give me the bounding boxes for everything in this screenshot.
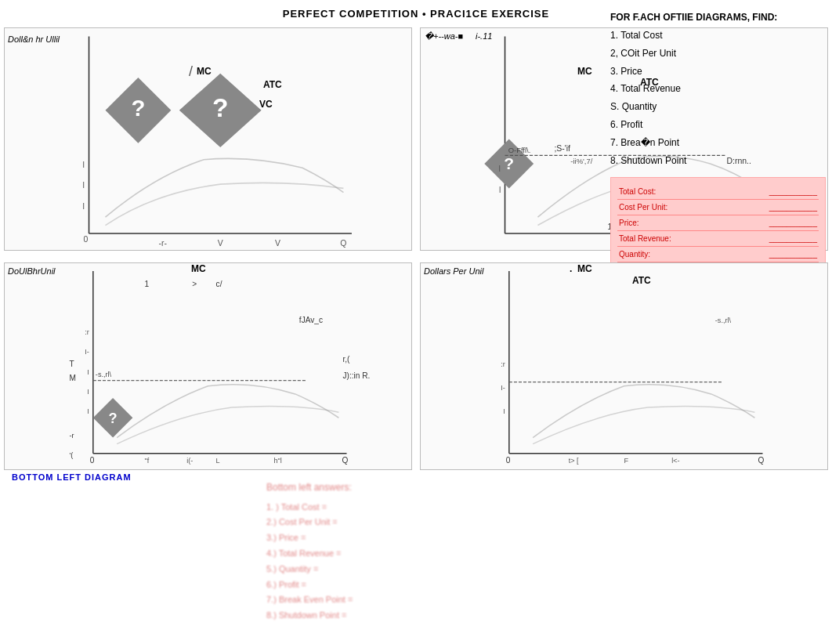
svg-text:'(: '( <box>69 451 73 459</box>
svg-text:-r: -r <box>69 432 74 440</box>
svg-text:1: 1 <box>145 280 150 288</box>
bottom-written-area: Bottom left answers: 1. ) Total Cost = 2… <box>255 472 832 640</box>
top-left-mc: MC <box>197 66 212 77</box>
answer-field-3: Price:___________ <box>617 215 819 231</box>
svg-text:L: L <box>216 457 220 465</box>
svg-text:F: F <box>624 457 629 465</box>
answer-field-4: Total Revenue:___________ <box>617 231 819 247</box>
instruction-8: 8. Shutdown Point <box>610 152 826 170</box>
svg-text:i(-: i(- <box>186 457 193 465</box>
svg-text:Q: Q <box>340 239 346 248</box>
written-line-4: 4.) Total Revenue = <box>266 546 820 562</box>
svg-text:c/: c/ <box>216 280 222 288</box>
svg-text:fJAv_c: fJAv_c <box>299 316 323 324</box>
svg-text:O-Fffl\.: O-Fffl\. <box>508 146 531 154</box>
top-left-diagram: Doll&n hr Ullil MC ATC VC ? ? I <box>4 27 412 251</box>
instruction-1: 1. Total Cost <box>610 27 826 45</box>
svg-text:I: I <box>82 202 85 211</box>
svg-text:I: I <box>87 368 89 376</box>
svg-text:-r-: -r- <box>159 239 168 248</box>
svg-text:0: 0 <box>506 456 511 465</box>
written-line-7: 7.) Break Even Point = <box>266 592 820 608</box>
svg-text:I: I <box>82 181 85 190</box>
svg-text:I: I <box>82 161 85 169</box>
instruction-7: 7. Brea�n Point <box>610 134 826 152</box>
instruction-6: 6. Profit <box>610 116 826 134</box>
svg-text:"f: "f <box>145 457 150 465</box>
bottom-right-mc-dot: . <box>570 263 572 274</box>
svg-text:?: ? <box>212 93 228 122</box>
svg-text:V: V <box>218 239 223 248</box>
written-line-2: 2.) Cost Per Unit = <box>266 515 820 530</box>
svg-text:J)::in R.: J)::in R. <box>342 371 370 380</box>
svg-text:I: I <box>498 165 501 173</box>
bottom-left-svg: ? '( -r 0 "f i(- L h"l Q 1 > c/ fJAv_c r… <box>5 263 411 469</box>
bottom-left-y-axis: DoUlBhrUnil <box>8 266 56 276</box>
svg-text:T: T <box>69 360 74 368</box>
instructions-title: FOR F.ACH OFTIIE DIAGRAMS, FIND: <box>610 12 826 23</box>
written-answers: Bottom left answers: 1. ) Total Cost = 2… <box>266 479 820 624</box>
svg-text:I-: I- <box>85 348 89 356</box>
answer-field-2: Cost Per Unit:___________ <box>617 200 819 215</box>
svg-text:I: I <box>503 407 505 415</box>
svg-text:?: ? <box>109 411 118 426</box>
svg-text:0: 0 <box>90 456 95 465</box>
bottom-right-svg: Q 0 t> [ F l<- -s.,rl\ I I- :r <box>421 263 827 469</box>
svg-text:M: M <box>69 374 75 382</box>
bottom-right-mc: MC <box>577 263 592 274</box>
svg-text:r,(: r,( <box>342 355 350 364</box>
svg-text::r: :r <box>85 328 89 336</box>
top-right-sub: i-.11 <box>476 31 492 41</box>
written-line-1: 1. ) Total Cost = <box>266 500 820 516</box>
written-line-3: 3.) Price = <box>266 530 820 546</box>
svg-text:Q: Q <box>758 456 764 465</box>
top-left-atc: ATC <box>263 79 282 90</box>
written-line-6: 6.) Profit = <box>266 577 820 593</box>
svg-text:>: > <box>192 280 197 288</box>
svg-text:?: ? <box>504 154 514 172</box>
svg-text:?: ? <box>131 95 145 121</box>
svg-text:l<-: l<- <box>671 457 679 465</box>
svg-text:I-: I- <box>501 384 505 392</box>
instruction-3: 3. Price <box>610 63 826 81</box>
written-line-8: 8.) Shutdown Point = <box>266 608 820 624</box>
svg-text:V: V <box>275 239 280 248</box>
svg-text:I: I <box>87 407 89 415</box>
svg-text:t> [: t> [ <box>569 457 579 465</box>
bottom-right-diagram: Dollars Per Unil . MC ATC Q 0 t> [ F l<-… <box>420 262 828 470</box>
bottom-right-atc: ATC <box>632 275 651 286</box>
svg-text:-s.,rl\: -s.,rl\ <box>715 317 732 324</box>
top-right-mc: MC <box>577 66 592 77</box>
written-line-5: 5.) Quantity = <box>266 562 820 577</box>
slash-mark: / <box>189 63 193 80</box>
svg-text:0: 0 <box>83 235 88 244</box>
instructions-list: 1. Total Cost 2, COit Per Unit 3. Price … <box>610 27 826 169</box>
top-left-svg: ? ? I I I 0 -r- V V Q <box>5 28 411 250</box>
top-left-vc: VC <box>259 99 273 110</box>
svg-text:;S-'if: ;S-'if <box>554 144 570 153</box>
svg-text:I: I <box>87 388 89 396</box>
svg-text:h"l: h"l <box>273 457 281 465</box>
instruction-2: 2, COit Per Unit <box>610 45 826 63</box>
svg-text::r: :r <box>501 360 505 368</box>
svg-text:-s.,rl\: -s.,rl\ <box>96 371 112 378</box>
svg-text:l: l <box>499 186 501 194</box>
svg-text:-ii%',7/: -ii%',7/ <box>570 157 592 165</box>
written-line-header: Bottom left answers: <box>266 479 820 497</box>
instruction-4: 4. Total Revenue <box>610 80 826 98</box>
top-left-y-axis: Doll&n hr Ullil <box>8 34 60 44</box>
bottom-left-diagram: DoUlBhrUnil MC ? '( -r 0 "f i(- L h"l Q <box>4 262 412 470</box>
top-right-header: �+--wa-■ <box>425 31 463 42</box>
answer-field-1: Total Cost:___________ <box>617 184 819 200</box>
svg-text:Q: Q <box>342 456 348 465</box>
bottom-right-y-axis: Dollars Per Unil <box>424 266 483 276</box>
bottom-left-mc: MC <box>191 263 206 274</box>
instruction-5: S. Quantity <box>610 98 826 116</box>
